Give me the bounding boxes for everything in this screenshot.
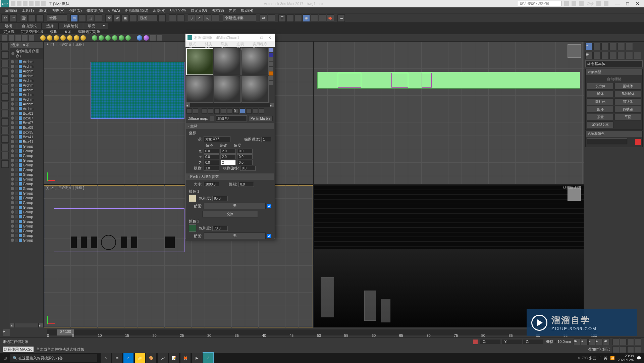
viewport-front[interactable] — [314, 42, 584, 184]
align-button[interactable] — [268, 14, 275, 22]
material-slot-3[interactable] — [241, 48, 269, 75]
unlink-button[interactable] — [28, 14, 36, 22]
scene-sort[interactable]: 名称(按升序排序) — [10, 48, 43, 59]
scene-tab-select[interactable]: 选择 — [11, 42, 19, 47]
scene-item[interactable]: Group — [10, 149, 43, 153]
qat-undo-icon[interactable] — [29, 1, 34, 6]
scene-item[interactable]: Archm — [10, 73, 43, 78]
scene-item[interactable]: Archm — [10, 59, 43, 64]
named-selection-dropdown[interactable]: 创建选择集 — [223, 14, 256, 21]
particle-icon[interactable] — [92, 35, 97, 41]
cmd-motion-tab[interactable] — [609, 43, 617, 50]
scene-item[interactable]: Group — [10, 191, 43, 196]
object-color-swatch[interactable] — [635, 139, 641, 145]
tray-icon[interactable] — [9, 35, 14, 41]
anim-next-frame[interactable]: ▸ — [596, 339, 602, 345]
offset-y[interactable]: 0.0 — [204, 154, 219, 159]
viewport-perspective[interactable]: 认明暗处理] — [314, 185, 584, 327]
window-crossing-button[interactable] — [95, 14, 102, 22]
scene-item[interactable]: Archm — [10, 92, 43, 97]
scene-item[interactable]: Group — [10, 238, 43, 243]
helper-icon[interactable] — [144, 35, 149, 41]
scene-item[interactable]: Group — [10, 200, 43, 205]
material-slot-6[interactable] — [241, 76, 269, 103]
task-firefox-icon[interactable]: 🦊 — [180, 353, 191, 363]
angle-snap-button[interactable]: ∠ — [196, 14, 203, 22]
light-omni-icon[interactable] — [40, 35, 46, 41]
tray-icon[interactable] — [15, 35, 21, 41]
bind-button[interactable] — [36, 14, 44, 22]
scene-item[interactable]: Group — [10, 228, 43, 233]
me-matid[interactable]: 0 — [233, 108, 239, 114]
tab-selection[interactable]: 选择 — [42, 23, 59, 29]
tray-icon[interactable] — [2, 35, 7, 41]
subtab-editsel[interactable]: 编辑选定对象 — [75, 29, 104, 34]
prim-button[interactable]: 圆柱体 — [587, 98, 613, 105]
keyboard-shortcut-button[interactable] — [177, 14, 184, 22]
helper-icon[interactable] — [137, 35, 142, 41]
levels-spinner[interactable]: 8.0 — [238, 182, 254, 187]
qat-open-icon[interactable] — [17, 1, 21, 6]
tray-time[interactable]: 20:39 — [618, 354, 634, 358]
scene-item[interactable]: Group — [10, 144, 43, 149]
lt-btn[interactable] — [1, 160, 9, 168]
dmenu-util[interactable]: 实用程序(U) — [251, 41, 273, 47]
scene-item[interactable]: Archm — [10, 69, 43, 73]
prim-button[interactable]: 茶壶 — [587, 114, 613, 120]
task-3dsmax-icon[interactable]: 3 — [203, 353, 213, 363]
offset-x[interactable]: 0.0 — [204, 149, 219, 154]
light-ies-icon[interactable] — [80, 35, 86, 41]
tray-ime[interactable]: 英 — [604, 356, 607, 361]
lt-btn[interactable] — [1, 76, 9, 84]
color1-map-button[interactable]: 无 — [204, 203, 266, 209]
tray-notifications-icon[interactable]: 💬 — [637, 356, 641, 360]
manipulate-button[interactable] — [169, 14, 176, 22]
tab-modeling[interactable]: 建模 — [0, 23, 17, 29]
task-app-icon[interactable]: 🎨 — [146, 353, 156, 363]
subtab-idle[interactable]: 定义空闲区域 — [18, 29, 47, 34]
angle-z[interactable]: 0.0 — [237, 160, 253, 165]
scene-item[interactable]: Archm — [10, 64, 43, 69]
slots-hscroll[interactable]: ◂▸ — [186, 103, 274, 107]
exchange-icon[interactable] — [596, 1, 601, 6]
close-button[interactable]: ✕ — [633, 0, 643, 7]
scene-item[interactable]: Archm — [10, 102, 43, 106]
nav-orbit[interactable] — [612, 346, 619, 353]
scene-item[interactable]: Group — [10, 224, 43, 228]
snap-toggle-button[interactable]: 3 — [188, 14, 195, 22]
me-get-material[interactable] — [186, 108, 192, 114]
mirror-button[interactable]: ⇄ — [260, 14, 267, 22]
lt-btn[interactable] — [1, 68, 9, 75]
particle-icon[interactable] — [112, 35, 117, 41]
lt-btn[interactable] — [1, 118, 9, 126]
task-app-icon[interactable]: ▶ — [192, 353, 202, 363]
link-button[interactable]: ⛓ — [20, 14, 28, 22]
scene-scrollbar[interactable]: ◂▸ — [10, 323, 43, 327]
cat-cameras-icon[interactable] — [609, 52, 617, 59]
anim-play[interactable]: ▸ — [588, 339, 595, 345]
tray-icon[interactable] — [29, 35, 34, 41]
rollout-namecolor[interactable]: 名称和颜色 — [586, 131, 642, 137]
material-slot-4[interactable] — [186, 76, 213, 103]
rollout-objecttype[interactable]: 对象类型 — [586, 69, 642, 75]
start-button[interactable]: ⊞ — [0, 353, 10, 363]
scene-list[interactable]: ArchmArchmArchmArchmArchmArchmArchmArchm… — [10, 59, 43, 323]
anim-prev-frame[interactable]: ◂ — [581, 339, 588, 345]
ribbon-collapse-icon[interactable]: ▾ — [100, 23, 108, 29]
color2-swatch[interactable] — [189, 224, 196, 232]
subtab-display[interactable]: 显示 — [61, 29, 75, 34]
color1-swatch[interactable] — [189, 195, 196, 202]
tab-objectpaint[interactable]: 对象绘制 — [59, 23, 83, 29]
subtab-sim[interactable]: 模拟 — [47, 29, 61, 34]
scene-item[interactable]: Box41 — [10, 139, 43, 144]
nav-zoom[interactable] — [612, 339, 619, 345]
light-sun-icon[interactable] — [60, 35, 66, 41]
offset-z[interactable]: 0.0 — [204, 160, 219, 165]
material-slot-5[interactable] — [214, 76, 241, 103]
particle-icon[interactable] — [99, 35, 104, 41]
bluroffset-spinner[interactable]: 0.0 — [240, 166, 256, 171]
map-type-button[interactable]: Perlin Marble — [248, 116, 273, 121]
scene-item[interactable]: Group — [10, 210, 43, 214]
time-tag-button[interactable]: 添加时间标记 — [588, 347, 610, 352]
qat-save-icon[interactable] — [23, 1, 28, 6]
